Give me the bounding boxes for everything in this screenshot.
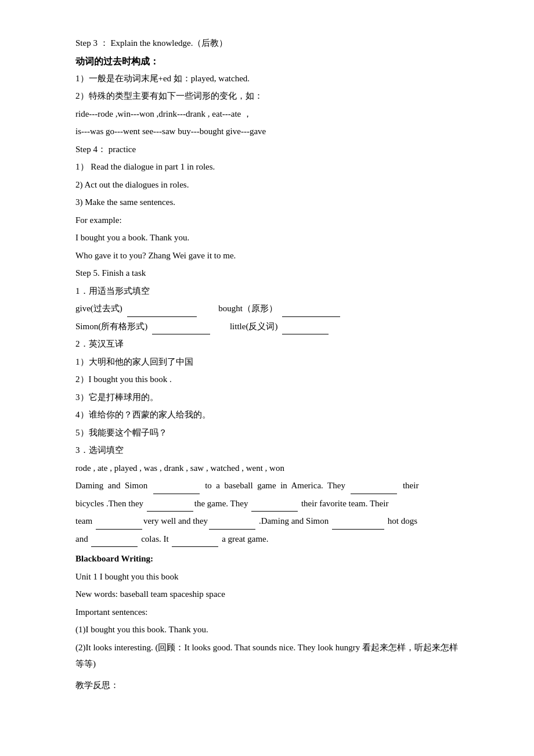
step4-item3: 3) Make the same sentences. xyxy=(75,194,459,211)
word-bank: rode , ate , played , was , drank , saw … xyxy=(75,460,459,477)
task2-item5: 5）我能要这个帽子吗？ xyxy=(75,424,459,441)
step3-heading: Step 3 ： Explain the knowledge.（后教） xyxy=(75,35,459,52)
step4-item2: 2) Act out the dialogues in roles. xyxy=(75,177,459,193)
step5-heading: Step 5. Finish a task xyxy=(75,265,459,282)
task3-heading: 3．选词填空 xyxy=(75,442,459,459)
step4-heading: Step 4： practice xyxy=(75,141,459,158)
task2-item3: 3）它是打棒球用的。 xyxy=(75,389,459,406)
blackboard-heading: Blackboard Writing: xyxy=(75,550,459,567)
step4-item1: 1） Read the dialogue in part 1 in roles. xyxy=(75,159,459,175)
example2: Who gave it to you? Zhang Wei gave it to… xyxy=(75,247,459,264)
teaching-reflection: 教学反思： xyxy=(75,677,459,694)
grammar-title: 动词的过去时构成： xyxy=(75,53,459,70)
task2-item1: 1）大明和他的家人回到了中国 xyxy=(75,354,459,370)
task1-row1: give(过去式) bought（原形） xyxy=(75,300,459,317)
fill-text-row3: team very well and they .Daming and Simo… xyxy=(75,513,459,530)
bb-sentence2: (2)It looks interesting. (回顾：It looks go… xyxy=(75,639,459,672)
bb-important: Important sentences: xyxy=(75,604,459,621)
task2-heading: 2．英汉互译 xyxy=(75,336,459,352)
grammar-rule1: 1）一般是在动词末尾+ed 如：played, watched. xyxy=(75,70,459,87)
bb-sentence1: (1)I bought you this book. Thank you. xyxy=(75,621,459,638)
task1-row2: Simon(所有格形式) little(反义词) xyxy=(75,318,459,335)
irregular-row1: ride---rode ,win---won ,drink---drank , … xyxy=(75,106,459,123)
bb-unit: Unit 1 I bought you this book xyxy=(75,568,459,585)
irregular-row2: is---was go---went see---saw buy---bough… xyxy=(75,123,459,140)
example1: I bought you a book. Thank you. xyxy=(75,229,459,246)
fill-text-row4: and colas. It a great game. xyxy=(75,531,459,548)
bb-new-words: New words: baseball team spaceship space xyxy=(75,586,459,603)
for-example: For example: xyxy=(75,212,459,229)
grammar-rule2: 2）特殊的类型主要有如下一些词形的变化，如： xyxy=(75,88,459,105)
task2-item4: 4）谁给你的？西蒙的家人给我的。 xyxy=(75,406,459,423)
task1-heading: 1．用适当形式填空 xyxy=(75,283,459,300)
fill-text-row2: bicycles .Then they the game. They their… xyxy=(75,495,459,512)
main-content: Step 3 ： Explain the knowledge.（后教） 动词的过… xyxy=(75,35,459,693)
fill-text-row1: Daming and Simon to a baseball game in A… xyxy=(75,477,459,494)
task2-item2: 2）I bought you this book . xyxy=(75,371,459,388)
